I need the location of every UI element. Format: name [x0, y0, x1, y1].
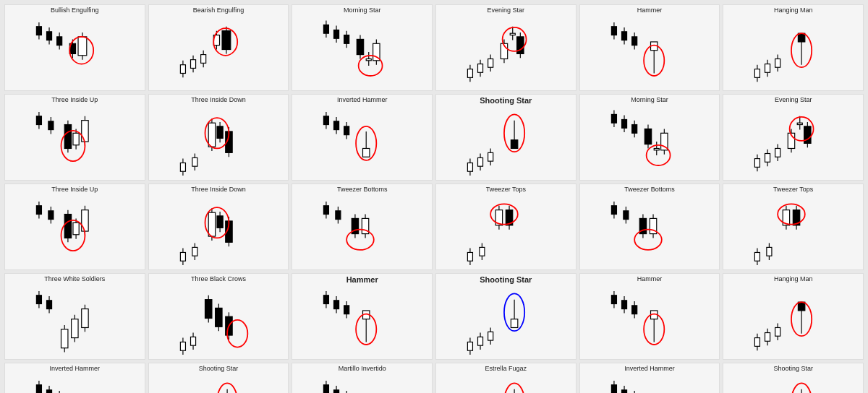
card-title-shooting-star-3: Shooting Star: [149, 365, 289, 373]
card-shooting-star-4: Shooting Star: [723, 363, 864, 393]
svg-rect-65: [510, 33, 515, 35]
card-bullish-engulfing: Bullish Engulfing: [4, 4, 145, 91]
svg-rect-323: [488, 332, 493, 340]
card-title-three-inside-down-2: Three Inside Down: [149, 186, 289, 194]
card-bearish-engulfing: Bearish Engulfing: [148, 4, 289, 91]
card-hammer-1: Hammer: [579, 4, 720, 91]
candle-area-shooting-star-2: [436, 287, 576, 359]
svg-rect-344: [765, 333, 770, 342]
svg-rect-209: [192, 247, 197, 256]
card-three-inside-down-1: Three Inside Down: [148, 94, 289, 181]
card-evening-star-2: Evening Star: [723, 94, 864, 181]
svg-rect-225: [336, 211, 341, 220]
svg-rect-335: [631, 306, 637, 314]
candle-area-hanging-man-1: [723, 18, 863, 90]
svg-rect-148: [511, 140, 517, 149]
svg-rect-155: [621, 119, 626, 128]
card-title-hammer-1: Hammer: [580, 7, 720, 14]
svg-rect-401: [611, 385, 616, 393]
svg-rect-206: [180, 252, 185, 261]
svg-rect-152: [611, 114, 616, 123]
svg-rect-332: [621, 301, 626, 309]
svg-rect-274: [36, 295, 41, 304]
card-tweezer-tops-2: Tweezer Tops: [723, 183, 864, 270]
svg-rect-90: [775, 59, 780, 67]
svg-rect-283: [72, 319, 78, 338]
svg-rect-212: [208, 212, 215, 236]
svg-rect-59: [488, 59, 493, 67]
card-title-three-black-crows-1: Three Black Crows: [149, 275, 289, 283]
candle-area-morning-star-2: [580, 108, 720, 180]
svg-rect-222: [324, 206, 329, 215]
candle-area-tweezer-tops-1: [436, 197, 576, 269]
card-tweezer-bottoms-1: Tweezer Bottoms: [292, 183, 433, 270]
svg-rect-96: [36, 116, 41, 125]
svg-rect-56: [478, 64, 483, 73]
svg-rect-112: [180, 163, 185, 171]
card-estrella-fugaz: Estrella Fugaz: [435, 363, 576, 393]
candle-area-hanging-man-2: [723, 287, 863, 359]
svg-rect-190: [36, 206, 41, 215]
svg-rect-305: [324, 295, 329, 304]
card-title-bullish-engulfing: Bullish Engulfing: [5, 7, 145, 14]
svg-rect-264: [767, 247, 772, 256]
main-grid: Bullish Engulfing Bearish Engulfing Morn…: [0, 0, 868, 393]
card-inverted-hammer-3: Inverted Hammer: [579, 363, 720, 393]
candle-area-shooting-star-4: [723, 376, 863, 393]
candle-area-hammer-1: [580, 18, 720, 90]
card-title-three-inside-up-2: Three Inside Up: [5, 186, 145, 194]
svg-rect-171: [755, 159, 760, 168]
svg-rect-329: [611, 295, 616, 304]
card-hanging-man-2: Hanging Man: [723, 273, 864, 360]
card-title-three-inside-down-1: Three Inside Down: [149, 96, 289, 104]
card-three-inside-up-1: Three Inside Up: [4, 94, 145, 181]
svg-rect-75: [621, 32, 626, 40]
candle-area-martillo-invertido: [292, 376, 432, 393]
svg-rect-183: [798, 123, 803, 124]
card-hanging-man-1: Hanging Man: [723, 4, 864, 91]
svg-rect-121: [217, 126, 223, 138]
svg-rect-311: [344, 306, 349, 314]
candle-area-inverted-hammer-1: [292, 108, 432, 180]
svg-rect-164: [654, 148, 659, 150]
svg-rect-377: [324, 385, 329, 393]
card-shooting-star-1: Shooting Star: [435, 94, 576, 181]
candle-area-three-inside-up-2: [5, 197, 145, 269]
card-title-hanging-man-2: Hanging Man: [723, 275, 863, 283]
card-morning-star-2: Morning Star: [579, 94, 720, 181]
svg-rect-146: [488, 152, 493, 161]
svg-rect-2: [36, 27, 41, 35]
svg-point-232: [346, 230, 374, 250]
svg-rect-248: [611, 206, 616, 215]
svg-rect-280: [61, 329, 68, 348]
svg-rect-177: [775, 148, 780, 157]
svg-rect-349: [799, 302, 805, 311]
svg-rect-341: [755, 338, 760, 347]
svg-rect-289: [180, 342, 185, 350]
svg-rect-292: [190, 337, 195, 345]
svg-rect-92: [799, 33, 805, 42]
svg-rect-21: [190, 60, 195, 69]
svg-rect-14: [78, 37, 87, 56]
candle-area-evening-star-1: [436, 18, 576, 90]
svg-rect-8: [57, 37, 62, 46]
svg-rect-317: [467, 342, 472, 350]
svg-rect-380: [334, 390, 339, 393]
svg-rect-286: [82, 309, 88, 328]
card-inverted-hammer-2: Inverted Hammer: [4, 363, 145, 393]
candle-area-hammer-2: [292, 287, 432, 359]
card-title-shooting-star-2: Shooting Star: [436, 275, 576, 285]
svg-rect-102: [64, 125, 71, 149]
svg-rect-277: [47, 301, 52, 309]
card-tweezer-bottoms-2: Tweezer Bottoms: [579, 183, 720, 270]
svg-rect-235: [467, 252, 472, 261]
svg-rect-196: [64, 215, 71, 238]
svg-point-271: [778, 204, 805, 224]
svg-rect-53: [467, 69, 472, 78]
card-three-black-crows-1: Three Black Crows: [148, 273, 289, 360]
svg-rect-161: [644, 129, 651, 144]
candle-area-shooting-star-1: [436, 108, 576, 180]
card-title-tweezer-tops-2: Tweezer Tops: [723, 186, 863, 194]
card-title-morning-star-1: Morning Star: [292, 7, 432, 14]
svg-point-245: [490, 204, 518, 224]
